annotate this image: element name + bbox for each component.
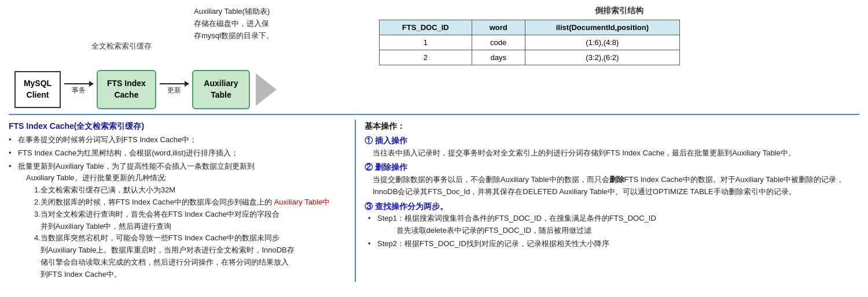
op1-body: 当往表中插入记录时，提交事务时会对全文索引上的列进行分词存储到FTS Index… bbox=[373, 147, 859, 159]
top-section: Auxiliary Table(辅助表) 存储在磁盘中，进入保 存mysql数据… bbox=[9, 6, 859, 109]
flow-row: MySQL Client 事务 FTS Index Cache 更新 bbox=[14, 70, 282, 109]
diagram-area: Auxiliary Table(辅助表) 存储在磁盘中，进入保 存mysql数据… bbox=[9, 6, 367, 109]
table-cell: (3:2),(6:2) bbox=[525, 50, 679, 65]
left-bullet-2: • FTS Index Cache为红黑树结构，会根据(word,ilist)进… bbox=[9, 147, 346, 159]
aux-table-box: Auxiliary Table bbox=[192, 70, 250, 109]
table-cell: (1:6),(4:8) bbox=[525, 35, 679, 50]
update-label: 更新 bbox=[167, 86, 181, 95]
table-cell: 2 bbox=[380, 50, 472, 65]
table-cell: 1 bbox=[380, 35, 472, 50]
bottom-section: FTS Index Cache(全文检索索引缓存) • 在事务提交的时候将分词写… bbox=[9, 114, 859, 282]
cache-top-label: 全文检索索引缓存 bbox=[84, 42, 159, 51]
main-container: Auxiliary Table(辅助表) 存储在磁盘中，进入保 存mysql数据… bbox=[0, 0, 868, 288]
op2-body: 当提交删除数据的事务以后，不会删除Auxiliary Table中的数据，而只会… bbox=[373, 174, 859, 198]
table-cell: days bbox=[472, 50, 525, 65]
left-bullet-3: • 批量更新到Auxiliary Table，为了提高性能不会插入一条数据立刻更… bbox=[9, 161, 346, 281]
table-cell: code bbox=[472, 35, 525, 50]
op1-title: ① 插入操作 bbox=[365, 135, 859, 147]
col-header-docid: FTS_DOC_ID bbox=[380, 20, 472, 35]
op3-title: ③ 查找操作分为两步。 bbox=[365, 201, 859, 213]
right-section: 倒排索引结构 FTS_DOC_ID word ilist(DocumentId,… bbox=[367, 6, 859, 65]
col-header-word: word bbox=[472, 20, 525, 35]
update-arrow: 更新 bbox=[160, 83, 189, 95]
right-section-title: 基本操作： bbox=[365, 120, 859, 132]
left-column: FTS Index Cache(全文检索索引缓存) • 在事务提交的时候将分词写… bbox=[9, 120, 356, 282]
big-arrow-icon bbox=[256, 73, 277, 106]
event-label: 事务 bbox=[72, 86, 86, 95]
index-title: 倒排索引结构 bbox=[379, 6, 859, 16]
index-table: FTS_DOC_ID word ilist(DocumentId,positio… bbox=[379, 20, 680, 65]
right-column: 基本操作： ① 插入操作 当往表中插入记录时，提交事务时会对全文索引上的列进行分… bbox=[356, 120, 859, 282]
op3-bullet-1: • Step1：根据搜索词搜集符合条件的FTS_DOC_ID，在搜集满足条件的F… bbox=[368, 213, 859, 237]
op3-bullet-2: • Step2：根据FTS_DOC_ID找到对应的记录，记录根据相关性大小降序 bbox=[368, 238, 859, 250]
left-bullet-1: • 在事务提交的时候将分词写入到FTS Index Cache中； bbox=[9, 134, 346, 146]
mysql-client-box: MySQL Client bbox=[14, 71, 61, 107]
event-arrow: 事务 bbox=[64, 83, 93, 95]
aux-popup-label: Auxiliary Table(辅助表) 存储在磁盘中，进入保 存mysql数据… bbox=[194, 6, 304, 42]
op2-title: ② 删除操作 bbox=[365, 161, 859, 174]
col-header-ilist: ilist(DocumentId,position) bbox=[525, 20, 679, 35]
fts-cache-box: FTS Index Cache bbox=[97, 70, 156, 109]
left-section-title: FTS Index Cache(全文检索索引缓存) bbox=[9, 120, 346, 132]
